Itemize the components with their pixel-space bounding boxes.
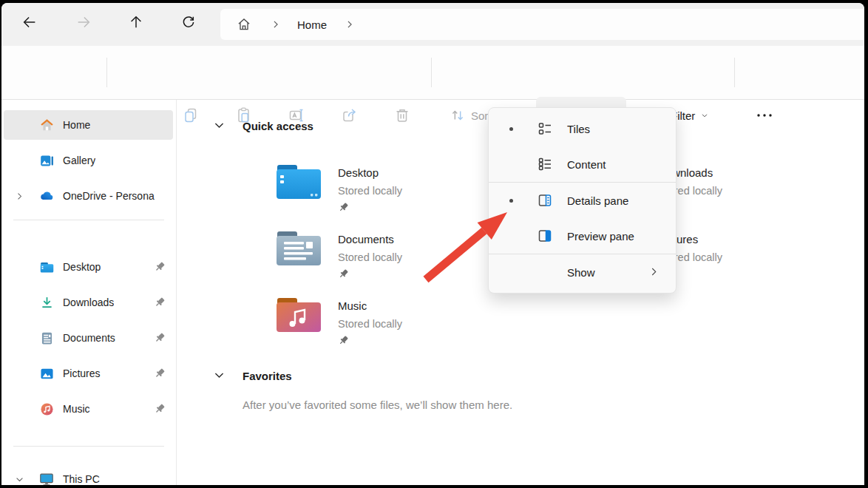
favorites-collapse-chevron[interactable] bbox=[213, 369, 226, 384]
sidebar-item-label: Home bbox=[63, 119, 90, 131]
tile-name: Music bbox=[338, 297, 402, 315]
navigation-bar: Home bbox=[1, 3, 864, 47]
refresh-button[interactable] bbox=[177, 10, 200, 34]
toolbar-separator bbox=[431, 58, 432, 87]
back-button[interactable] bbox=[18, 10, 41, 34]
menu-item-label: Preview pane bbox=[567, 218, 634, 254]
back-arrow-icon bbox=[21, 14, 38, 30]
sidebar-item-home[interactable]: Home bbox=[4, 110, 173, 140]
sidebar-item-label: Downloads bbox=[63, 296, 114, 308]
tile-music[interactable]: Music Stored locally bbox=[276, 296, 402, 349]
sidebar-item-label: Pictures bbox=[63, 367, 101, 379]
sidebar-item-onedrive[interactable]: OneDrive - Persona bbox=[4, 181, 173, 211]
file-explorer-window: Home New bbox=[1, 3, 864, 485]
command-bar: New bbox=[1, 46, 864, 100]
menu-item-label: Show bbox=[567, 254, 595, 290]
sidebar-item-label: Gallery bbox=[63, 155, 95, 166]
menu-item-show[interactable]: Show bbox=[489, 254, 676, 290]
sidebar-item-label: Music bbox=[63, 403, 90, 415]
sidebar-item-music[interactable]: Music bbox=[4, 394, 173, 424]
content-icon bbox=[536, 155, 554, 176]
expand-chevron-icon[interactable] bbox=[10, 192, 29, 201]
pin-icon bbox=[154, 296, 166, 311]
sidebar-item-label: Documents bbox=[63, 332, 115, 344]
share-button[interactable] bbox=[335, 101, 365, 130]
trash-icon bbox=[393, 106, 411, 124]
collapse-chevron-icon[interactable] bbox=[10, 475, 29, 484]
sidebar-item-desktop[interactable]: Desktop bbox=[4, 252, 173, 282]
menu-item-details-pane[interactable]: Details pane bbox=[489, 183, 676, 218]
pin-icon bbox=[338, 202, 349, 213]
desktop-folder-icon bbox=[38, 260, 55, 275]
sidebar-item-gallery[interactable]: Gallery bbox=[4, 146, 173, 175]
pin-icon bbox=[154, 367, 166, 382]
tile-name: Documents bbox=[338, 231, 402, 248]
refresh-icon bbox=[180, 14, 197, 30]
pin-icon bbox=[154, 261, 166, 276]
music-icon bbox=[38, 401, 55, 417]
preview-pane-icon bbox=[536, 227, 554, 248]
up-arrow-icon bbox=[128, 14, 144, 30]
ellipsis-icon bbox=[755, 106, 774, 125]
forward-button[interactable] bbox=[72, 10, 95, 34]
pin-icon bbox=[338, 268, 349, 279]
breadcrumb-chevron-icon[interactable] bbox=[345, 19, 355, 30]
tile-subtitle: Stored locally bbox=[338, 315, 402, 333]
view-dropdown-menu: Tiles Content bbox=[488, 107, 677, 294]
sidebar-item-label: Desktop bbox=[63, 261, 101, 273]
breadcrumb-home[interactable]: Home bbox=[297, 18, 327, 31]
annotation-arrow bbox=[413, 197, 516, 289]
tile-subtitle: Stored locally bbox=[338, 182, 402, 200]
onedrive-cloud-icon bbox=[38, 188, 55, 204]
delete-button[interactable] bbox=[387, 101, 417, 130]
sort-icon bbox=[450, 107, 466, 123]
pin-icon bbox=[338, 335, 349, 346]
forward-arrow-icon bbox=[75, 14, 92, 30]
toolbar-separator bbox=[734, 58, 735, 87]
tiles-icon bbox=[536, 120, 554, 140]
music-folder-icon bbox=[276, 296, 322, 333]
address-bar[interactable]: Home bbox=[220, 9, 864, 40]
desktop-folder-icon bbox=[276, 163, 322, 200]
navigation-pane: Home Gallery bbox=[1, 100, 177, 485]
sidebar-item-pictures[interactable]: Pictures bbox=[4, 359, 173, 388]
quick-access-collapse-chevron[interactable] bbox=[213, 119, 226, 135]
sidebar-divider bbox=[13, 220, 164, 220]
more-options-button[interactable] bbox=[750, 101, 779, 130]
tile-documents[interactable]: Documents Stored locally bbox=[276, 230, 402, 282]
favorites-empty-text: After you’ve favorited some files, we’ll… bbox=[243, 399, 512, 411]
menu-item-label: Tiles bbox=[567, 111, 590, 146]
sidebar-item-downloads[interactable]: Downloads bbox=[4, 288, 173, 317]
menu-item-content[interactable]: Content bbox=[489, 146, 676, 182]
sidebar-item-this-pc[interactable]: This PC bbox=[4, 464, 173, 485]
gallery-icon bbox=[38, 153, 55, 169]
section-title-quick-access: Quick access bbox=[243, 120, 313, 132]
sidebar-divider bbox=[13, 446, 164, 447]
sidebar-item-documents[interactable]: Documents bbox=[4, 323, 173, 353]
breadcrumb-chevron-icon bbox=[271, 19, 281, 30]
home-colored-icon bbox=[38, 118, 55, 133]
sidebar-item-label: OneDrive - Persona bbox=[63, 190, 155, 202]
submenu-chevron-icon bbox=[648, 266, 660, 280]
selected-radio-dot bbox=[509, 127, 513, 131]
share-icon bbox=[341, 106, 359, 124]
copy-button[interactable] bbox=[176, 101, 206, 130]
section-title-favorites: Favorites bbox=[243, 370, 292, 382]
menu-item-preview-pane[interactable]: Preview pane bbox=[489, 218, 676, 254]
menu-item-tiles[interactable]: Tiles bbox=[489, 111, 676, 146]
details-pane-icon bbox=[536, 192, 554, 212]
tile-name: Desktop bbox=[338, 164, 402, 182]
up-button[interactable] bbox=[124, 10, 148, 34]
this-pc-icon bbox=[38, 471, 55, 485]
downloads-icon bbox=[38, 295, 55, 311]
tile-subtitle: Stored locally bbox=[338, 248, 402, 266]
copy-icon bbox=[182, 106, 200, 124]
toolbar-separator bbox=[106, 58, 107, 87]
menu-item-label: Content bbox=[567, 146, 606, 182]
home-icon[interactable] bbox=[237, 17, 251, 32]
pin-icon bbox=[154, 403, 166, 418]
tile-desktop[interactable]: Desktop Stored locally bbox=[276, 163, 402, 216]
sidebar-item-label: This PC bbox=[63, 473, 100, 485]
documents-icon bbox=[38, 331, 55, 346]
pictures-icon bbox=[38, 366, 55, 382]
